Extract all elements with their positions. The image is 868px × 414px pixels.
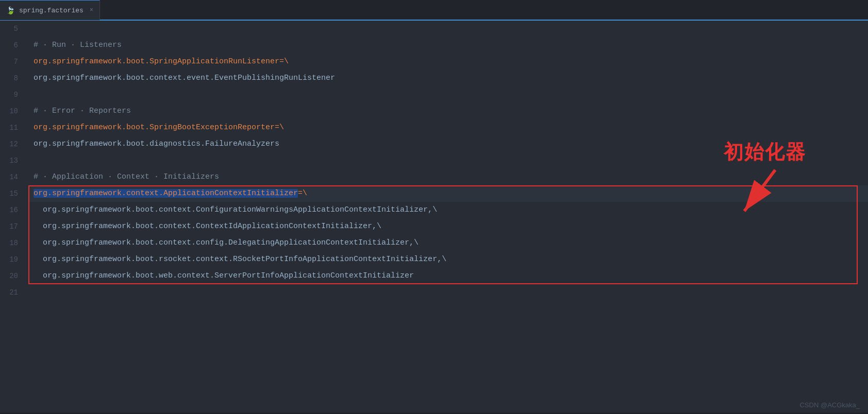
code-line-19: 19 org.springframework.boot.rsocket.cont… <box>0 251 868 268</box>
line-number-7: 7 <box>0 54 28 70</box>
code-line-12: 12org.springframework.boot.diagnostics.F… <box>0 136 868 152</box>
code-line-13: 13 <box>0 152 868 169</box>
line-number-18: 18 <box>0 235 28 251</box>
line-content-20: org.springframework.boot.web.context.Ser… <box>28 268 868 284</box>
line-number-8: 8 <box>0 70 28 87</box>
line-number-20: 20 <box>0 268 28 284</box>
line-number-17: 17 <box>0 218 28 235</box>
line-content-6: # · Run · Listeners <box>28 37 868 54</box>
watermark: CSDN @ACGkaka_ <box>799 401 860 409</box>
code-line-15: 15org.springframework.context.Applicatio… <box>0 185 868 202</box>
code-line-10: 10# · Error · Reporters <box>0 103 868 119</box>
code-line-6: 6# · Run · Listeners <box>0 37 868 54</box>
line-content-17: org.springframework.boot.context.Context… <box>28 218 868 235</box>
code-line-16: 16 org.springframework.boot.context.Conf… <box>0 202 868 218</box>
line-number-6: 6 <box>0 37 28 54</box>
line-number-5: 5 <box>0 21 28 37</box>
tab-close-button[interactable]: × <box>90 7 93 14</box>
code-line-9: 9 <box>0 87 868 103</box>
code-line-18: 18 org.springframework.boot.context.conf… <box>0 235 868 251</box>
line-number-10: 10 <box>0 103 28 119</box>
line-content-19: org.springframework.boot.rsocket.context… <box>28 251 868 268</box>
line-number-11: 11 <box>0 119 28 136</box>
line-number-12: 12 <box>0 136 28 152</box>
line-content-8: org.springframework.boot.context.event.E… <box>28 70 868 87</box>
line-content-14: # · Application · Context · Initializers <box>28 169 868 185</box>
code-line-17: 17 org.springframework.boot.context.Cont… <box>0 218 868 235</box>
line-content-15: org.springframework.context.ApplicationC… <box>28 185 868 202</box>
line-number-9: 9 <box>0 87 28 103</box>
line-content-7: org.springframework.boot.SpringApplicati… <box>28 54 868 70</box>
editor-area: 56# · Run · Listeners7org.springframewor… <box>0 21 868 413</box>
line-number-14: 14 <box>0 169 28 185</box>
line-content-18: org.springframework.boot.context.config.… <box>28 235 868 251</box>
code-line-5: 5 <box>0 21 868 37</box>
line-content-12: org.springframework.boot.diagnostics.Fai… <box>28 136 868 152</box>
code-line-7: 7org.springframework.boot.SpringApplicat… <box>0 54 868 70</box>
tab-bar: 🍃 spring.factories × <box>0 0 868 21</box>
line-number-21: 21 <box>0 284 28 301</box>
line-content-10: # · Error · Reporters <box>28 103 868 119</box>
line-number-13: 13 <box>0 152 28 169</box>
code-line-21: 21 <box>0 284 868 301</box>
code-line-11: 11org.springframework.boot.SpringBootExc… <box>0 119 868 136</box>
code-line-8: 8org.springframework.boot.context.event.… <box>0 70 868 87</box>
line-content-16: org.springframework.boot.context.Configu… <box>28 202 868 218</box>
code-line-20: 20 org.springframework.boot.web.context.… <box>0 268 868 284</box>
line-number-19: 19 <box>0 251 28 268</box>
code-line-14: 14# · Application · Context · Initialize… <box>0 169 868 185</box>
line-content-11: org.springframework.boot.SpringBootExcep… <box>28 119 868 136</box>
line-number-15: 15 <box>0 185 28 202</box>
spring-factories-tab[interactable]: 🍃 spring.factories × <box>0 0 100 20</box>
tab-leaf-icon: 🍃 <box>6 6 15 15</box>
line-number-16: 16 <box>0 202 28 218</box>
tab-label: spring.factories <box>19 7 84 14</box>
